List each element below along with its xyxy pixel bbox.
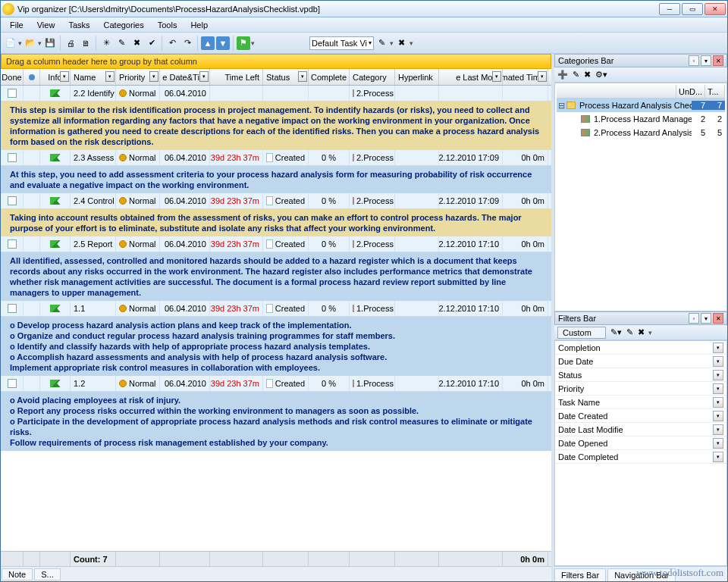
menu-categories[interactable]: Categories (98, 19, 150, 31)
save-icon[interactable]: 💾 (43, 36, 57, 50)
filter-apply-icon[interactable]: ✎▾ (610, 327, 622, 337)
pane-expand-icon[interactable]: ▫ (689, 313, 699, 324)
task-row[interactable]: 2.4 ControlNormal06.04.2010-239d 23h 37m… (1, 193, 551, 209)
filter-row[interactable]: Priority▾ (555, 382, 726, 396)
col-date[interactable]: e Date&Tim▾ (160, 69, 210, 85)
filter-row[interactable]: Status▾ (555, 368, 726, 382)
dropdown-icon[interactable]: ▾ (298, 71, 307, 82)
pane-pin-icon[interactable]: ▾ (701, 313, 711, 324)
edit-task-icon[interactable]: ✎ (115, 36, 128, 50)
filter-edit-icon[interactable]: ✎ (626, 327, 633, 337)
cat-opts-icon[interactable]: ⚙▾ (595, 70, 607, 80)
task-row[interactable]: 2.3 AssessNormal06.04.2010-239d 23h 37mC… (1, 150, 551, 166)
category-row[interactable]: 1.Process Hazard Managemen22 (557, 112, 725, 126)
dropdown-icon[interactable]: ▾ (60, 71, 69, 82)
task-row[interactable]: 1.1Normal06.04.2010-239d 23h 37mCreated0… (1, 301, 551, 317)
dropdown-icon[interactable]: ▾ (713, 424, 723, 435)
filters-list[interactable]: Completion▾Due Date▾Status▾Priority▾Task… (554, 340, 727, 566)
dropdown-icon[interactable]: ▾ (713, 370, 723, 380)
new-task-icon[interactable]: ✳ (99, 36, 113, 50)
menu-help[interactable]: Help (184, 19, 214, 31)
menu-tools[interactable]: Tools (152, 19, 184, 31)
dropdown-icon[interactable]: ▾ (105, 71, 115, 82)
filter-edit-icon[interactable]: ✎ (375, 36, 389, 50)
dropdown-icon[interactable]: ▾ (492, 71, 501, 82)
filter-row[interactable]: Date Created▾ (555, 409, 726, 423)
done-checkbox[interactable] (8, 196, 17, 205)
dropdown-icon[interactable]: ▾ (713, 438, 723, 449)
filter-row[interactable]: Completion▾ (555, 341, 726, 355)
col-hyperlink[interactable]: Hyperlink (395, 69, 439, 85)
col-estimated[interactable]: stimated Time▾ (503, 69, 548, 85)
tab-filters-bar[interactable]: Filters Bar (554, 568, 606, 581)
filter-clear-icon[interactable]: ✖ (395, 36, 409, 50)
col-priority[interactable]: Priority▾ (116, 69, 160, 85)
cat-del-icon[interactable]: ✖ (584, 70, 591, 80)
col-flag[interactable] (24, 69, 40, 85)
filter-row[interactable]: Date Last Modifie▾ (555, 423, 726, 436)
status-tab-note[interactable]: Note (2, 568, 33, 580)
delete-task-icon[interactable]: ✖ (130, 36, 143, 50)
done-checkbox[interactable] (8, 379, 17, 388)
undo-icon[interactable]: ↶ (165, 36, 179, 50)
pane-close-icon[interactable]: ✕ (713, 313, 723, 324)
col-timeleft[interactable]: Time Left (210, 69, 263, 85)
filter-row[interactable]: Due Date▾ (555, 355, 726, 368)
filter-preset-select[interactable]: Custom (557, 327, 606, 339)
flag-icon[interactable]: ⚑ (237, 36, 250, 50)
task-row[interactable]: 2.5 ReportNormal06.04.2010-239d 23h 37mC… (1, 236, 551, 252)
col-done[interactable]: Done (1, 69, 24, 85)
nav-up-icon[interactable]: ▲ (201, 36, 215, 50)
task-row[interactable]: 2.2 IdentifyNormal06.04.20102.Process H (1, 86, 551, 102)
menu-view[interactable]: View (31, 19, 61, 31)
task-view-select[interactable]: Default Task Vi▾ (309, 36, 374, 50)
col-status[interactable]: Status▾ (263, 69, 309, 85)
category-row[interactable]: 2.Process Hazard Analysis Ste55 (557, 126, 725, 139)
dropdown-icon[interactable]: ▾ (713, 397, 723, 408)
pane-pin-icon[interactable]: ▾ (701, 55, 711, 66)
filter-clear-icon[interactable]: ✖ (638, 327, 645, 337)
done-checkbox[interactable] (8, 304, 17, 313)
col-complete[interactable]: Complete (309, 69, 350, 85)
group-by-header[interactable]: Drag a column header here to group by th… (1, 54, 551, 69)
col-category[interactable]: Category (350, 69, 395, 85)
pane-expand-icon[interactable]: ▫ (689, 55, 699, 66)
print-icon[interactable]: 🖨 (64, 36, 77, 50)
print-preview-icon[interactable]: 🗎 (79, 36, 93, 50)
dropdown-icon[interactable]: ▾ (713, 383, 723, 394)
nav-down-icon[interactable]: ▼ (216, 36, 230, 50)
cat-add-icon[interactable]: ➕ (557, 70, 568, 80)
categories-tree[interactable]: UnD... T... ⊟Process Hazard Analysis Che… (554, 83, 727, 311)
dropdown-icon[interactable]: ▾ (149, 71, 158, 82)
done-checkbox[interactable] (8, 153, 17, 162)
task-row[interactable]: 1.2Normal06.04.2010-239d 23h 37mCreated0… (1, 376, 551, 392)
done-checkbox[interactable] (8, 89, 17, 98)
new-file-icon[interactable]: 📄 (4, 36, 17, 50)
open-folder-icon[interactable]: 📂 (24, 36, 37, 50)
filter-row[interactable]: Date Opened▾ (555, 436, 726, 450)
pane-close-icon[interactable]: ✕ (713, 55, 723, 66)
done-checkbox[interactable] (8, 239, 17, 249)
task-grid[interactable]: 2.2 IdentifyNormal06.04.20102.Process HT… (1, 86, 551, 551)
dropdown-icon[interactable]: ▾ (713, 343, 723, 353)
check-icon[interactable]: ✔ (145, 36, 158, 50)
redo-icon[interactable]: ↷ (180, 36, 194, 50)
close-button[interactable]: ✕ (704, 3, 726, 15)
dropdown-icon[interactable]: ▾ (713, 411, 723, 421)
col-name[interactable]: Name▾ (71, 69, 116, 85)
col-modified[interactable]: e Last Modi▾ (439, 69, 503, 85)
dropdown-icon[interactable]: ▾ (713, 356, 723, 367)
filter-row[interactable]: Task Name▾ (555, 396, 726, 409)
dropdown-icon[interactable]: ▾ (538, 71, 547, 82)
cat-edit-icon[interactable]: ✎ (573, 70, 579, 80)
maximize-button[interactable]: ▭ (682, 3, 703, 15)
col-info[interactable]: Info▾ (40, 69, 71, 85)
category-row[interactable]: ⊟Process Hazard Analysis Chec77 (557, 99, 725, 112)
menu-tasks[interactable]: Tasks (62, 19, 96, 31)
menu-file[interactable]: File (4, 19, 30, 31)
minimize-button[interactable]: ─ (659, 3, 680, 15)
status-tab-s[interactable]: S... (34, 568, 61, 580)
dropdown-icon[interactable]: ▾ (199, 71, 209, 82)
filter-row[interactable]: Date Completed▾ (555, 450, 726, 464)
dropdown-icon[interactable]: ▾ (713, 452, 723, 462)
